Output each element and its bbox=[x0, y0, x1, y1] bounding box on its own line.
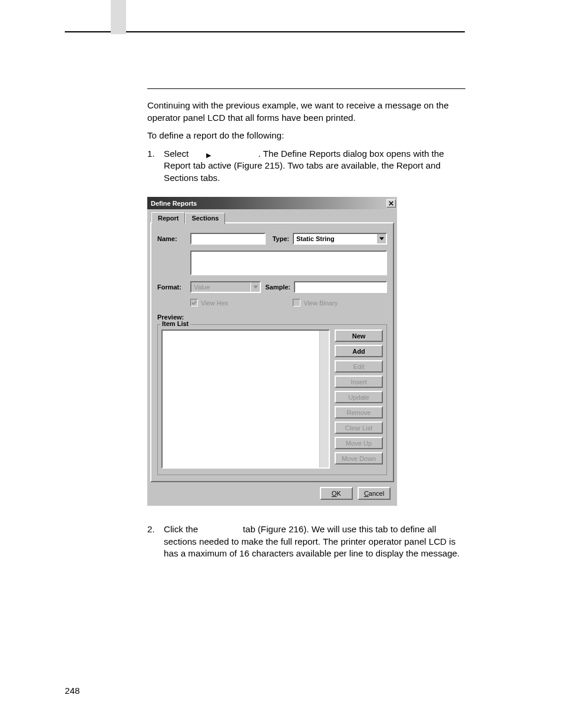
close-button[interactable] bbox=[386, 199, 396, 207]
add-button-label: Add bbox=[352, 348, 365, 355]
chevron-down-icon bbox=[379, 237, 384, 241]
tab-sections[interactable]: Sections bbox=[185, 213, 225, 224]
section-rule bbox=[147, 88, 465, 89]
page-number: 248 bbox=[65, 686, 80, 696]
remove-button[interactable]: Remove bbox=[335, 406, 383, 419]
step-2-lead: Click the bbox=[164, 524, 198, 534]
name-input-field[interactable] bbox=[191, 234, 265, 243]
listbox-scrollbar[interactable] bbox=[319, 331, 329, 467]
format-label: Format: bbox=[157, 284, 190, 291]
format-combobox-button[interactable] bbox=[250, 282, 260, 292]
type-combobox-button[interactable] bbox=[376, 234, 386, 243]
sample-label: Sample: bbox=[261, 284, 294, 291]
step-2-number: 2. bbox=[147, 523, 164, 560]
edit-button-label: Edit bbox=[353, 363, 365, 370]
close-icon bbox=[389, 201, 394, 206]
item-list-legend: Item List bbox=[160, 320, 190, 327]
step-2: 2. Click the tab (Figure 216). We will u… bbox=[147, 523, 465, 560]
format-combobox-value: Value bbox=[191, 282, 250, 292]
insert-button-label: Insert bbox=[351, 378, 367, 386]
move-up-button-label: Move Up bbox=[346, 440, 372, 447]
new-button[interactable]: New bbox=[335, 330, 383, 342]
step-1-number: 1. bbox=[147, 148, 164, 185]
type-combobox[interactable]: Static String bbox=[293, 233, 387, 245]
dialog-titlebar[interactable]: Define Reports bbox=[147, 197, 397, 209]
sample-input-field[interactable] bbox=[295, 282, 386, 292]
preview-label: Preview: bbox=[157, 314, 387, 321]
remove-button-label: Remove bbox=[347, 409, 371, 416]
description-textarea[interactable] bbox=[190, 251, 387, 275]
sample-input[interactable] bbox=[294, 281, 387, 293]
move-down-button[interactable]: Move Down bbox=[335, 452, 383, 465]
cancel-button[interactable]: Cancel bbox=[358, 487, 391, 500]
insert-button[interactable]: Insert bbox=[335, 375, 383, 388]
move-up-button[interactable]: Move Up bbox=[335, 437, 383, 449]
name-input[interactable] bbox=[190, 233, 266, 245]
ok-button[interactable]: OK bbox=[320, 487, 353, 500]
body-text-block-2: 2. Click the tab (Figure 216). We will u… bbox=[147, 523, 465, 565]
tab-report-label: Report bbox=[158, 215, 178, 222]
step-1: 1. Select ▶ . The Define Reports dialog … bbox=[147, 148, 465, 185]
menu-arrow-icon: ▶ bbox=[191, 151, 258, 159]
tab-strip: Report Sections bbox=[151, 212, 394, 223]
add-button[interactable]: Add bbox=[335, 345, 383, 357]
view-hex-checkbox[interactable] bbox=[190, 299, 198, 307]
item-list-fieldset: Item List New Add Edit Insert Update Rem… bbox=[157, 324, 387, 475]
format-combobox[interactable]: Value bbox=[190, 281, 261, 293]
update-button[interactable]: Update bbox=[335, 391, 383, 403]
view-binary-label: View Binary bbox=[303, 299, 338, 307]
margin-grey-block bbox=[111, 0, 126, 34]
cancel-button-label: Cancel bbox=[364, 490, 384, 497]
define-reports-dialog: Define Reports Report Sections Name: Typ… bbox=[147, 197, 397, 506]
tab-page-report: Name: Type: Static String Form bbox=[150, 222, 394, 482]
intro-paragraph-2: To define a report do the following: bbox=[147, 130, 465, 142]
view-binary-checkbox[interactable] bbox=[293, 299, 300, 307]
type-label: Type: bbox=[266, 235, 293, 242]
name-label: Name: bbox=[157, 235, 190, 242]
new-button-label: New bbox=[352, 332, 366, 340]
clear-list-button-label: Clear List bbox=[345, 424, 372, 431]
body-text-block-1: Continuing with the previous example, we… bbox=[147, 88, 465, 189]
intro-paragraph-1: Continuing with the previous example, we… bbox=[147, 100, 465, 124]
step-1-lead: Select bbox=[164, 149, 189, 159]
dialog-title: Define Reports bbox=[151, 200, 197, 207]
clear-list-button[interactable]: Clear List bbox=[335, 421, 383, 434]
tab-report[interactable]: Report bbox=[151, 212, 185, 223]
tab-sections-label: Sections bbox=[191, 215, 219, 222]
update-button-label: Update bbox=[348, 394, 369, 401]
ok-button-label: OK bbox=[332, 490, 341, 497]
chevron-down-icon bbox=[253, 285, 258, 289]
move-down-button-label: Move Down bbox=[342, 455, 376, 462]
edit-button[interactable]: Edit bbox=[335, 360, 383, 373]
item-listbox[interactable] bbox=[161, 330, 330, 469]
check-icon bbox=[191, 300, 197, 305]
type-combobox-value: Static String bbox=[294, 234, 376, 243]
view-hex-label: View Hex bbox=[201, 299, 228, 307]
